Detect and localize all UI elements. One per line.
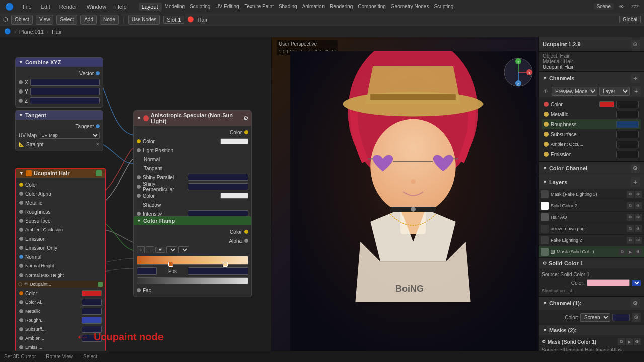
emission-channel-val[interactable]: 0.000 bbox=[616, 151, 639, 158]
layer-mask-solid-active[interactable]: Mask (Solid Col...) ⧉ ▶ 👁 bbox=[539, 246, 644, 258]
node-menu-btn[interactable]: Node bbox=[100, 15, 119, 25]
sub-calpha-val[interactable]: 0.000 bbox=[82, 299, 102, 306]
aniso-color-swatch2[interactable] bbox=[220, 193, 248, 199]
tab-geometry-nodes[interactable]: Geometry Nodes bbox=[389, 3, 431, 11]
node-canvas[interactable]: ▼ Combine XYZ Vector X -0.094 bbox=[0, 37, 271, 362]
add-menu-btn[interactable]: Add bbox=[80, 15, 97, 25]
mask-solid-eye-btn[interactable]: 👁 bbox=[634, 338, 641, 345]
view-menu-btn[interactable]: View bbox=[36, 15, 54, 25]
ramp-dropdown-btn[interactable]: ▼ bbox=[155, 247, 165, 253]
ramp-stop-1[interactable] bbox=[168, 262, 173, 267]
layers-header[interactable]: ▼ Layers + bbox=[539, 175, 644, 189]
add-layer-btn[interactable]: + bbox=[632, 86, 641, 96]
layer-eye-btn-2[interactable]: 👁 bbox=[635, 214, 642, 221]
scene-selector[interactable]: Scene bbox=[594, 3, 614, 10]
combine-xyz-collapse[interactable]: ▼ bbox=[19, 60, 23, 65]
masks-header[interactable]: ▼ Masks (2): bbox=[539, 325, 644, 335]
select-menu-btn[interactable]: Select bbox=[56, 15, 77, 25]
global-btn[interactable]: Global bbox=[619, 16, 641, 23]
tab-uv-editing[interactable]: UV Editing bbox=[213, 3, 241, 11]
viewport[interactable]: ⊕ ✛ ↻ ⬡ ⊞ ✏ 📏 Object Mode View Select Ad… bbox=[272, 37, 538, 362]
layer-eye-btn-1[interactable]: 👁 bbox=[635, 202, 642, 209]
tab-texture-paint[interactable]: Texture Paint bbox=[243, 3, 276, 11]
object-mode-dropdown[interactable]: Object bbox=[11, 15, 33, 25]
layer-eye-btn-3[interactable]: 👁 bbox=[635, 225, 642, 232]
add-layers-btn[interactable]: + bbox=[631, 177, 640, 187]
aniso-collapse[interactable]: ▼ bbox=[137, 116, 141, 121]
layer-copy-btn-2[interactable]: ⧉ bbox=[627, 214, 634, 221]
tab-sculpting[interactable]: Sculpting bbox=[188, 3, 212, 11]
layer-copy-btn-4[interactable]: ⧉ bbox=[627, 237, 634, 244]
layer-copy-btn-5[interactable]: ⧉ bbox=[619, 248, 626, 255]
layer-arrow-down[interactable]: arrow_down.png ⧉ 👁 bbox=[539, 223, 644, 235]
ramp-stop-index[interactable]: 2 bbox=[137, 267, 157, 275]
ramp-add-btn[interactable]: + bbox=[137, 246, 145, 253]
tab-animation[interactable]: Animation bbox=[300, 3, 327, 11]
color-channel-val[interactable]: 0.000 bbox=[616, 101, 639, 108]
channels-header[interactable]: ▼ Channels + bbox=[539, 72, 644, 85]
metallic-channel-val[interactable]: 0.000 bbox=[616, 111, 639, 118]
layer-solid-color-2[interactable]: Solid Color 2 ⧉ 👁 bbox=[539, 200, 644, 212]
mask-solid-copy-btn[interactable]: ⧉ bbox=[618, 338, 625, 345]
solid-gear-btn[interactable]: ⚙ bbox=[543, 261, 547, 266]
use-nodes-btn[interactable]: Use Nodes bbox=[128, 15, 160, 25]
breadcrumb-hair-2[interactable]: Hair bbox=[52, 29, 62, 35]
tab-modeling[interactable]: Modeling bbox=[163, 3, 187, 11]
menu-help[interactable]: Help bbox=[113, 3, 129, 11]
layer-copy-btn-1[interactable]: ⧉ bbox=[627, 202, 634, 209]
mask-solid-render-btn[interactable]: ▶ bbox=[626, 338, 633, 345]
y-value[interactable]: -5.471 bbox=[30, 88, 100, 95]
tab-shading[interactable]: Shading bbox=[277, 3, 299, 11]
menu-render[interactable]: Render bbox=[57, 3, 79, 11]
layer-eye-btn-0[interactable]: 👁 bbox=[635, 191, 642, 198]
tab-scripting[interactable]: Scripting bbox=[432, 3, 455, 11]
uvmap-dropdown[interactable]: UV Map bbox=[39, 132, 100, 139]
ramp-gradient[interactable] bbox=[137, 256, 248, 265]
solid-color-1-header[interactable]: ⚙ Solid Color 1 bbox=[539, 258, 644, 268]
mask-solid-gear[interactable]: ⚙ bbox=[542, 339, 546, 344]
channel-1-gear[interactable]: ⚙ bbox=[631, 299, 640, 308]
layer-render-btn-5[interactable]: ▶ bbox=[627, 248, 634, 255]
shiny-perp-val[interactable]: 0.100 bbox=[188, 183, 248, 190]
breadcrumb-hair-1[interactable]: 🔵 bbox=[4, 28, 11, 35]
ch1-blend-val[interactable]: 0.33 bbox=[612, 314, 630, 321]
ramp-pos-value[interactable]: 0.159 bbox=[188, 267, 248, 275]
tab-layout[interactable]: Layout bbox=[139, 3, 162, 11]
tab-compositing[interactable]: Compositing bbox=[356, 3, 388, 11]
channel-1-header[interactable]: ▼ Channel (1): ⚙ bbox=[539, 297, 644, 310]
preview-eye-btn[interactable]: 👁 bbox=[542, 87, 550, 95]
aniso-settings-icon[interactable]: ⚙ bbox=[243, 115, 248, 122]
layer-copy-btn-0[interactable]: ⧉ bbox=[627, 191, 634, 198]
z-value[interactable]: 0.474 bbox=[30, 97, 100, 104]
ch1-blend-select[interactable]: Screen bbox=[580, 313, 610, 322]
menu-edit[interactable]: Edit bbox=[39, 3, 52, 11]
color-channel-header[interactable]: ▼ Color Channel ⚙ bbox=[539, 162, 644, 175]
color-channel-gear[interactable]: ⚙ bbox=[631, 164, 640, 173]
layer-fake-lighting-2[interactable]: Fake Lighting 2 ⧉ 👁 bbox=[539, 235, 644, 246]
navigation-gizmo[interactable]: Y X Z bbox=[503, 57, 533, 87]
layer-eye-btn-4[interactable]: 👁 bbox=[635, 237, 642, 244]
menu-file[interactable]: File bbox=[21, 3, 34, 11]
breadcrumb-plane[interactable]: Plane.011 bbox=[19, 29, 44, 35]
layer-hair-ao[interactable]: Hair AO ⧉ 👁 bbox=[539, 212, 644, 223]
aniso-color-swatch[interactable] bbox=[220, 138, 248, 144]
x-value[interactable]: -0.094 bbox=[30, 79, 100, 86]
tangent-collapse[interactable]: ▼ bbox=[19, 113, 23, 118]
ramp-interp-select[interactable]: Linear bbox=[178, 246, 189, 253]
ramp-mode-select[interactable]: RGB bbox=[166, 246, 177, 253]
roughness-channel-val[interactable]: 0.600 bbox=[616, 121, 639, 128]
tab-rendering[interactable]: Rendering bbox=[328, 3, 355, 11]
sub-metallic-val[interactable]: 0.000 bbox=[82, 308, 102, 315]
ramp-stop-2[interactable] bbox=[223, 262, 228, 267]
direction-close[interactable]: ✕ bbox=[96, 142, 100, 147]
layer-copy-btn-3[interactable]: ⧉ bbox=[627, 225, 634, 232]
layer-eye-btn-5[interactable]: 👁 bbox=[635, 248, 642, 255]
ch1-settings-btn[interactable]: ⚙ bbox=[632, 313, 641, 322]
layer-dropdown[interactable]: Layer bbox=[599, 87, 630, 96]
preview-mode-dropdown[interactable]: Preview Mode bbox=[552, 87, 597, 96]
ucupaint-collapse[interactable]: ▼ bbox=[19, 171, 24, 176]
ao-channel-val[interactable]: 0.000 bbox=[616, 141, 639, 148]
subsurface-channel-val[interactable]: 0.005 bbox=[616, 131, 639, 138]
ramp-remove-btn[interactable]: − bbox=[146, 246, 154, 253]
shiny-parallel-val[interactable]: 0.600 bbox=[188, 174, 248, 181]
